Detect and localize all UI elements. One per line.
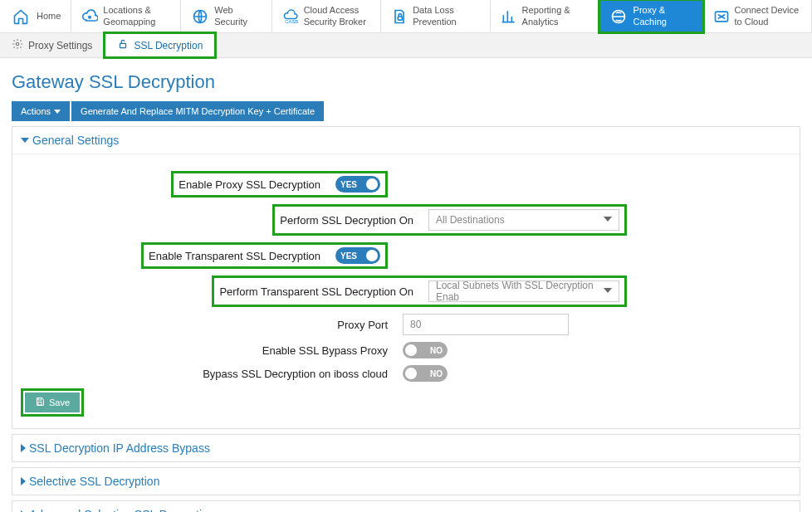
nav-label: Home [37,11,61,22]
file-lock-icon [391,6,408,27]
nav-dlp[interactable]: Data Loss Prevention [381,0,490,32]
actions-dropdown[interactable]: Actions [12,101,70,121]
toggle-enable-bypass-proxy[interactable]: NO [403,342,448,358]
row-enable-transparent: Enable Transparent SSL Decryption YES [21,242,791,269]
panel-title: Selective SSL Decryption [29,475,159,488]
lock-open-icon [117,38,129,52]
panel-head-general[interactable]: General Settings [12,127,800,154]
panel-selective: Selective SSL Decryption [12,467,800,495]
select-value: All Destinations [436,214,505,226]
nav-label: Proxy & Caching [633,5,692,27]
panel-title: General Settings [32,134,119,147]
top-nav: Home Locations & Geomapping Web Security… [0,0,812,33]
toggle-text: NO [430,369,443,378]
subtab-proxy-settings[interactable]: Proxy Settings [0,33,105,57]
label-proxy-port: Proxy Port [21,319,403,331]
toggle-text: YES [340,180,357,189]
casb-icon: CASB [282,6,299,27]
label-enable-transparent: Enable Transparent SSL Decryption [149,250,335,262]
label-bypass-iboss: Bypass SSL Decryption on iboss cloud [21,368,403,380]
analytics-icon [501,6,517,27]
panel-head-ip-bypass[interactable]: SSL Decryption IP Address Bypass [12,435,800,461]
input-proxy-port[interactable] [403,314,569,335]
svg-point-0 [89,16,91,18]
svg-rect-9 [38,402,42,406]
select-perform-ssl-on[interactable]: All Destinations [428,209,619,231]
toggle-knob [405,344,417,356]
panel-title: SSL Decryption IP Address Bypass [29,441,210,455]
subtab-label: SSL Decryption [134,40,203,51]
nav-home[interactable]: Home [0,0,71,32]
nav-reporting[interactable]: Reporting & Analytics [491,0,599,32]
panel-adv-selective: Advanced Selective SSL Decryption [12,500,800,512]
row-proxy-port: Proxy Port [21,314,791,335]
panel-head-selective[interactable]: Selective SSL Decryption [12,468,800,495]
svg-point-6 [16,42,19,46]
chevron-right-icon [21,444,26,452]
svg-rect-7 [120,43,126,47]
actions-label: Actions [21,106,51,116]
globe-shield-icon [191,6,209,27]
page-title: Gateway SSL Decryption [12,71,800,93]
panel-ip-bypass: SSL Decryption IP Address Bypass [12,434,800,462]
svg-text:CASB: CASB [285,19,298,24]
button-label: Generate And Replace MITM Decryption Key… [81,106,315,116]
shuffle-icon [713,6,730,27]
toggle-enable-transparent[interactable]: YES [335,247,380,264]
row-enable-bypass-proxy: Enable SSL Bypass Proxy NO [21,342,791,358]
toggle-knob [366,178,378,190]
chevron-down-icon [21,138,29,143]
chevron-right-icon [21,477,26,485]
panel-body-general: Enable Proxy SSL Decryption YES Perform … [12,154,800,428]
toggle-knob [366,250,378,261]
svg-rect-3 [398,17,402,20]
toggle-bypass-iboss[interactable]: NO [403,365,448,382]
label-enable-bypass-proxy: Enable SSL Bypass Proxy [21,344,403,357]
subtab-label: Proxy Settings [28,40,92,51]
nav-casb[interactable]: CASB Cloud Access Security Broker [272,0,381,32]
nav-label: Data Loss Prevention [413,5,479,27]
chevron-down-icon [604,288,612,293]
globe-arrows-icon [609,6,629,27]
nav-websecurity[interactable]: Web Security [181,0,272,32]
row-perform-ssl-on: Perform SSL Decryption On All Destinatio… [21,204,791,236]
label-perform-transparent-on: Perform Transparent SSL Decryption On [219,285,428,298]
lbl-spacer: Enable Proxy SSL Decryption YES [21,171,403,197]
nav-label: Locations & Geomapping [103,5,169,27]
select-value: Local Subnets With SSL Decryption Enab [436,280,599,303]
save-button[interactable]: Save [25,393,80,412]
panel-head-adv-selective[interactable]: Advanced Selective SSL Decryption [12,501,800,512]
lbl-spacer: Enable Transparent SSL Decryption YES [21,242,403,269]
row-bypass-iboss: Bypass SSL Decryption on iboss cloud NO [21,365,791,382]
generate-replace-button[interactable]: Generate And Replace MITM Decryption Key… [71,101,324,121]
label-enable-proxy-ssl: Enable Proxy SSL Decryption [179,178,335,191]
select-perform-transparent-on[interactable]: Local Subnets With SSL Decryption Enab [428,280,619,302]
save-label: Save [49,397,70,407]
gear-icon [12,38,23,52]
row-perform-transparent-on: Perform Transparent SSL Decryption On Lo… [21,276,791,307]
sub-tab-bar: Proxy Settings SSL Decryption [0,33,812,58]
nav-label: Reporting & Analytics [522,5,589,27]
home-icon [10,6,32,27]
subtab-ssl-decryption[interactable]: SSL Decryption [105,33,215,57]
page-content: Gateway SSL Decryption Actions Generate … [0,58,812,512]
cloud-loc-icon [81,6,98,27]
toggle-text: YES [340,251,357,261]
nav-connect-device[interactable]: Connect Device to Cloud [703,0,812,32]
panel-title: Advanced Selective SSL Decryption [29,508,215,512]
chevron-down-icon [604,217,612,222]
action-bar: Actions Generate And Replace MITM Decryp… [12,101,800,121]
label-perform-ssl-on: Perform SSL Decryption On [280,214,428,227]
nav-label: Cloud Access Security Broker [304,5,370,27]
row-enable-proxy-ssl: Enable Proxy SSL Decryption YES [21,171,791,197]
chevron-down-icon [54,110,61,114]
nav-locations[interactable]: Locations & Geomapping [71,0,180,32]
nav-proxy-caching[interactable]: Proxy & Caching [599,0,702,32]
panel-general-settings: General Settings Enable Proxy SSL Decryp… [12,126,800,429]
toggle-enable-proxy-ssl[interactable]: YES [335,176,380,193]
toggle-text: NO [430,346,443,355]
svg-rect-8 [38,398,42,401]
nav-label: Connect Device to Cloud [735,5,801,27]
nav-label: Web Security [214,5,261,27]
toggle-knob [405,368,417,379]
